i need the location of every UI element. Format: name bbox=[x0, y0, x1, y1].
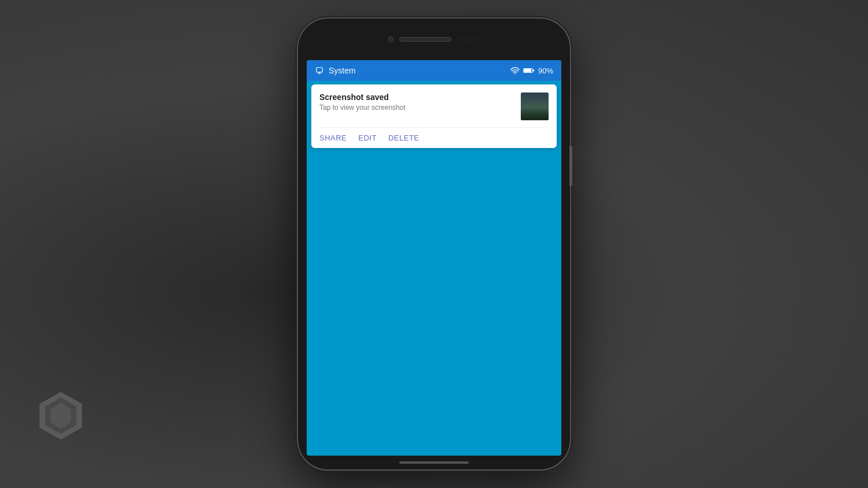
phone-screen: System 90% bbox=[307, 60, 561, 456]
svg-rect-8 bbox=[533, 70, 534, 72]
notification-thumbnail bbox=[521, 93, 549, 120]
status-bar-app-name: System bbox=[329, 66, 356, 75]
phone-sensor bbox=[457, 38, 480, 41]
battery-icon bbox=[523, 67, 535, 74]
phone-speaker bbox=[399, 37, 451, 42]
notification-delete-button[interactable]: Delete bbox=[388, 134, 420, 142]
notification-text: Screenshot saved Tap to view your screen… bbox=[319, 93, 406, 112]
hex-logo-icon bbox=[35, 390, 87, 442]
notification-share-button[interactable]: Share bbox=[319, 134, 347, 142]
notification-subtitle: Tap to view your screenshot bbox=[319, 103, 406, 112]
notification-edit-button[interactable]: Edit bbox=[358, 134, 377, 142]
phone-top-bar bbox=[298, 19, 570, 60]
wifi-icon bbox=[510, 66, 520, 75]
notification-body: Screenshot saved Tap to view your screen… bbox=[319, 93, 549, 120]
svg-point-6 bbox=[514, 73, 516, 74]
phone-side-button bbox=[569, 146, 572, 186]
status-bar-right: 90% bbox=[510, 66, 553, 75]
status-bar: System 90% bbox=[307, 60, 561, 81]
system-notification-icon bbox=[315, 66, 324, 75]
notification-title: Screenshot saved bbox=[319, 93, 406, 102]
phone-camera bbox=[388, 36, 393, 42]
phone-bottom-bar bbox=[298, 456, 570, 469]
status-bar-left: System bbox=[315, 66, 356, 75]
home-indicator bbox=[399, 461, 469, 464]
screenshot-mini bbox=[521, 93, 549, 120]
svg-rect-3 bbox=[317, 68, 323, 72]
battery-percent: 90% bbox=[538, 66, 553, 75]
phone-frame: System 90% bbox=[298, 19, 570, 469]
notification-card[interactable]: Screenshot saved Tap to view your screen… bbox=[311, 84, 557, 148]
hex-logo-wrapper bbox=[35, 390, 87, 442]
svg-rect-9 bbox=[524, 69, 531, 72]
notification-actions: Share Edit Delete bbox=[319, 127, 549, 142]
